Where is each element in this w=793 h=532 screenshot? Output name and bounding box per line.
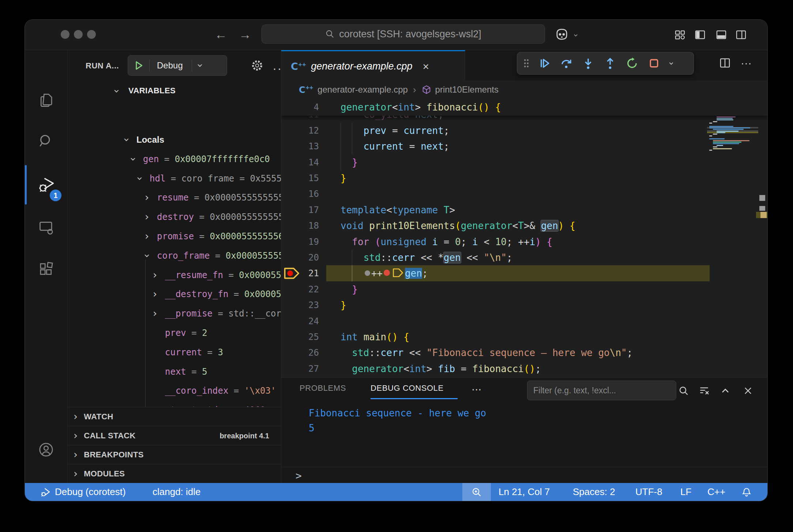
continue-button[interactable]	[535, 55, 554, 72]
command-center[interactable]: corotest [SSH: avogelsges-wsl2]	[262, 25, 545, 44]
line-number[interactable]: 27	[296, 361, 319, 377]
line-number[interactable]: 24	[296, 313, 319, 329]
variable-row-next[interactable]: next = 5	[68, 363, 281, 380]
variable-row-gen[interactable]: ›gen = 0x00007fffffffe0c0	[68, 151, 281, 168]
breadcrumb-file[interactable]: generator-example.cpp	[317, 85, 408, 95]
close-panel-icon[interactable]	[742, 385, 754, 397]
toggle-sidebar-icon[interactable]	[694, 29, 706, 41]
line-number[interactable]: 20	[296, 250, 319, 266]
step-into-button[interactable]	[579, 55, 598, 72]
sidebar-item-extensions[interactable]	[25, 251, 67, 288]
filter-input[interactable]: Filter (e.g. text, !excl...	[527, 381, 676, 400]
split-editor-icon[interactable]	[719, 57, 731, 69]
line-number[interactable]: 23	[296, 297, 319, 313]
sidebar-item-search[interactable]	[25, 123, 67, 160]
variable-row-__promise[interactable]: ›__promise = std::__corouti…	[68, 305, 281, 322]
stop-button[interactable]	[644, 55, 664, 72]
panel-search-icon[interactable]	[678, 385, 689, 397]
screencast-zoom-item[interactable]	[462, 483, 491, 501]
eol-item[interactable]: LF	[680, 483, 691, 501]
toggle-panel-icon[interactable]	[715, 29, 728, 41]
step-out-button[interactable]	[601, 55, 620, 72]
clangd-status-item[interactable]: clangd: idle	[153, 483, 201, 501]
inline-breakpoint-icon[interactable]	[365, 270, 370, 276]
account-button[interactable]	[25, 431, 67, 468]
tab-debug-console[interactable]: DEBUG CONSOLE	[371, 383, 444, 393]
language-mode-item[interactable]: C++	[707, 483, 725, 501]
line-number[interactable]: 25	[296, 329, 319, 345]
notifications-bell[interactable]	[741, 483, 752, 501]
chevron-right-icon[interactable]: ›	[153, 271, 157, 279]
variable-row-__destroy_fn[interactable]: ›__destroy_fn = 0x000055555…	[68, 286, 281, 303]
chevron-right-icon[interactable]: ›	[145, 213, 149, 221]
tab-problems[interactable]: PROBLEMS	[300, 383, 346, 393]
watch-section[interactable]: ›WATCH	[68, 407, 281, 426]
console-prompt[interactable]: >	[296, 470, 302, 482]
variable-row-promise[interactable]: ›promise = 0x000055555556c2c0	[68, 228, 281, 245]
chevron-right-icon[interactable]: ›	[145, 194, 149, 201]
indentation-item[interactable]: Spaces: 2	[573, 483, 615, 501]
close-window-button[interactable]	[61, 30, 69, 39]
minimize-window-button[interactable]	[74, 30, 83, 39]
chevron-right-icon[interactable]: ›	[153, 291, 157, 298]
variable-row-hdl[interactable]: ›hdl = coro frame = 0x5555555…	[68, 170, 281, 187]
forward-button[interactable]: →	[239, 28, 251, 41]
panel-more-tabs[interactable]: ⋯	[471, 383, 482, 396]
close-tab-icon[interactable]: ×	[422, 60, 429, 73]
line-number[interactable]: 22	[296, 281, 319, 297]
code-line-26[interactable]: 26 std::cerr << "Fibonacci sequence – he…	[281, 345, 767, 361]
chevron-right-icon[interactable]: ›	[145, 233, 149, 240]
customize-layout-icon[interactable]	[674, 29, 686, 41]
restart-button[interactable]	[623, 55, 642, 72]
editor-more-actions[interactable]: ···	[741, 59, 752, 67]
encoding-item[interactable]: UTF-8	[635, 483, 662, 501]
code-line-20[interactable]: 20 std::cerr << *gen << "\n";	[281, 250, 767, 266]
chevron-down-icon[interactable]: ›	[136, 176, 143, 180]
chevron-down-icon[interactable]: ›	[143, 254, 151, 258]
code-line-23[interactable]: 23}	[281, 297, 767, 313]
line-number[interactable]: 18	[296, 218, 319, 234]
variable-row-coro_frame[interactable]: ›coro_frame = 0x00005555555…	[68, 247, 281, 264]
sidebar-item-remote-explorer[interactable]	[25, 209, 67, 246]
variable-row-resume[interactable]: ›resume = 0x0000555555555880…	[68, 189, 281, 206]
variable-row-destroy[interactable]: ›destroy = 0x0000555555555cb…	[68, 209, 281, 225]
code-area[interactable]: 11 co_yield next;12 prev = current;13 cu…	[281, 99, 767, 377]
breadcrumb[interactable]: C++ generator-example.cpp › print10Eleme…	[281, 80, 767, 99]
sticky-scroll-line[interactable]: 4 generator<int> fibonacci() {	[281, 99, 767, 116]
code-line-24[interactable]: 24	[281, 313, 767, 329]
code-line-19[interactable]: 19 for (unsigned i = 0; i < 10; ++i) {	[281, 234, 767, 250]
line-number[interactable]: 19	[296, 234, 319, 250]
variable-row-current[interactable]: current = 3	[68, 344, 281, 361]
cursor-position-item[interactable]: Ln 21, Col 7	[499, 483, 550, 501]
line-number[interactable]: 21	[296, 265, 319, 281]
sidebar-item-run-and-debug[interactable]: 1	[25, 166, 67, 203]
line-number[interactable]: 14	[296, 154, 319, 171]
chevron-down-icon[interactable]: ›	[129, 157, 137, 161]
code-line-16[interactable]: 16	[281, 186, 767, 202]
sidebar-item-explorer[interactable]	[25, 82, 67, 119]
code-line-18[interactable]: 18void print10Elements(generator<T>& gen…	[281, 218, 767, 234]
call-stack-section[interactable]: ›CALL STACK breakpoint 4.1	[68, 426, 281, 445]
chevron-right-icon[interactable]: ›	[153, 310, 157, 317]
chevron-down-icon[interactable]: ›	[123, 138, 130, 142]
chevron-down-icon[interactable]	[572, 31, 579, 39]
modules-section[interactable]: ›MODULES	[68, 464, 281, 483]
maximize-panel-icon[interactable]	[719, 385, 731, 397]
breadcrumb-symbol[interactable]: print10Elements	[435, 85, 499, 95]
debug-status-item[interactable]: Debug (corotest)	[40, 483, 126, 501]
zoom-window-button[interactable]	[87, 30, 96, 39]
copilot-icon[interactable]	[555, 28, 569, 41]
code-line-12[interactable]: 12 prev = current;	[281, 123, 767, 139]
breakpoint-icon[interactable]	[384, 270, 390, 276]
code-line-14[interactable]: 14 }	[281, 154, 767, 171]
line-number[interactable]: 16	[296, 186, 319, 202]
toggle-secondary-sidebar-icon[interactable]	[735, 29, 747, 41]
tab-generator-example[interactable]: C++ generator-example.cpp ×	[281, 50, 465, 82]
variable-row-__coro_index[interactable]: __coro_index = '\x03'	[68, 382, 281, 399]
line-number[interactable]: 26	[296, 345, 319, 361]
variable-row-Locals[interactable]: ›Locals	[68, 131, 281, 148]
code-line-15[interactable]: 15}	[281, 170, 767, 186]
code-line-25[interactable]: 25int main() {	[281, 329, 767, 345]
step-over-button[interactable]	[557, 55, 576, 72]
breakpoints-section[interactable]: ›BREAKPOINTS	[68, 445, 281, 464]
